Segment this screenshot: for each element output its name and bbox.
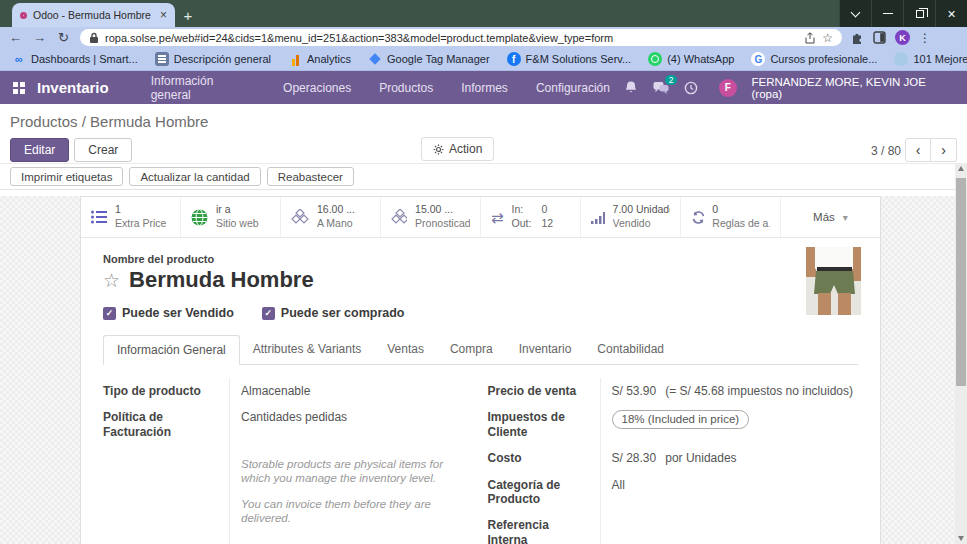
stat-button-extra-price[interactable]: 1Extra Price bbox=[81, 197, 181, 237]
tab-attributes-variants[interactable]: Attributes & Variants bbox=[240, 335, 375, 365]
odoo-favicon-icon bbox=[20, 12, 27, 19]
action-button[interactable]: Action bbox=[421, 137, 494, 161]
infinity-icon bbox=[12, 52, 26, 66]
stat-button-forecasted[interactable]: 15.00 ...Pronosticado bbox=[381, 197, 481, 237]
field-row: Unidad de Medida Unidades bbox=[103, 531, 474, 544]
tab-contabilidad[interactable]: Contabilidad bbox=[584, 335, 677, 365]
pager-previous-button[interactable] bbox=[905, 138, 931, 162]
bookmark-item[interactable]: Google Tag Manager bbox=[368, 52, 490, 66]
tab-search-button[interactable] bbox=[839, 0, 871, 27]
stat-button-more[interactable]: Más bbox=[781, 197, 880, 237]
field-tipo-de-producto[interactable]: Almacenable bbox=[229, 378, 474, 404]
field-label: Política de Facturación bbox=[103, 404, 229, 445]
field-referencia-interna[interactable] bbox=[600, 512, 859, 544]
field-categoria-producto[interactable]: All bbox=[600, 472, 859, 513]
bookmark-item[interactable]: Cursos profesionale... bbox=[751, 52, 877, 66]
google-g-icon bbox=[751, 52, 765, 66]
field-politica-facturacion[interactable]: Cantidades pedidas bbox=[229, 404, 474, 445]
menu-informes[interactable]: Informes bbox=[447, 81, 522, 95]
menu-informacion-general[interactable]: Información general bbox=[137, 74, 269, 102]
tab-compra[interactable]: Compra bbox=[437, 335, 506, 365]
field-costo[interactable]: S/ 28.30por Unidades bbox=[600, 445, 859, 471]
menu-productos[interactable]: Productos bbox=[365, 81, 447, 95]
in-label: In: bbox=[512, 203, 532, 217]
activities-clock-icon[interactable] bbox=[684, 81, 698, 95]
cubes-icon bbox=[391, 209, 407, 225]
chart-bars-icon bbox=[591, 211, 605, 224]
side-panel-icon[interactable] bbox=[873, 31, 886, 44]
tab-close-icon[interactable] bbox=[160, 9, 167, 21]
extensions-puzzle-icon[interactable] bbox=[851, 31, 864, 44]
tax-tag[interactable]: 18% (Included in price) bbox=[612, 410, 750, 429]
pager-next-button[interactable] bbox=[931, 138, 957, 162]
close-button[interactable] bbox=[935, 0, 967, 27]
tab-title: Odoo - Bermuda Hombre bbox=[33, 9, 154, 21]
bookmark-star-icon[interactable] bbox=[822, 32, 833, 44]
menu-operaciones[interactable]: Operaciones bbox=[269, 81, 365, 95]
breadcrumb-current: Bermuda Hombre bbox=[90, 113, 208, 130]
field-impuestos-cliente[interactable]: 18% (Included in price) bbox=[600, 404, 859, 445]
restore-icon bbox=[916, 10, 924, 18]
new-tab-button[interactable] bbox=[175, 3, 201, 27]
product-image[interactable] bbox=[806, 247, 861, 315]
field-label: Precio de venta bbox=[488, 378, 600, 404]
scroll-down-icon[interactable] bbox=[958, 536, 964, 541]
stat-button-on-hand[interactable]: 16.00 ...A Mano bbox=[281, 197, 381, 237]
minimize-button[interactable] bbox=[871, 0, 903, 27]
field-label: Categoría de Producto bbox=[488, 472, 600, 513]
stat-button-sold[interactable]: 7.00 UnidadesVendido bbox=[581, 197, 681, 237]
app-name[interactable]: Inventario bbox=[37, 79, 109, 96]
bookmark-item[interactable]: Descripción general bbox=[155, 52, 271, 66]
field-label: Impuestos de Cliente bbox=[488, 404, 600, 445]
can-be-purchased-checkbox[interactable]: Puede ser comprado bbox=[262, 306, 405, 320]
profile-avatar[interactable]: K bbox=[895, 30, 910, 45]
can-be-sold-checkbox[interactable]: Puede ser Vendido bbox=[103, 306, 234, 320]
analytics-bars-icon bbox=[288, 52, 302, 66]
user-avatar[interactable]: F bbox=[719, 79, 737, 97]
reload-icon[interactable] bbox=[56, 31, 71, 44]
field-label: Tipo de producto bbox=[103, 378, 229, 404]
address-bar[interactable]: ropa.solse.pe/web#id=24&cids=1&menu_id=2… bbox=[80, 29, 842, 46]
bookmark-label: Descripción general bbox=[174, 53, 271, 65]
back-icon[interactable] bbox=[8, 31, 23, 44]
field-precio-de-venta[interactable]: S/ 53.90(= S/ 45.68 impuestos no incluid… bbox=[600, 378, 859, 404]
menu-configuracion[interactable]: Configuración bbox=[522, 81, 624, 95]
share-icon[interactable] bbox=[804, 32, 816, 44]
bookmark-item[interactable]: Dashboards | Smart... bbox=[12, 52, 138, 66]
user-name[interactable]: FERNANDEZ MORE, KEVIN JOE (ropa) bbox=[752, 76, 956, 100]
update-quantity-button[interactable]: Actualizar la cantidad bbox=[129, 167, 260, 186]
notifications-bell-icon[interactable] bbox=[624, 80, 638, 95]
print-labels-button[interactable]: Imprimir etiquetas bbox=[10, 167, 123, 186]
messages-chat-icon[interactable]: 2 bbox=[653, 81, 669, 95]
odoo-navbar: Inventario Información general Operacion… bbox=[0, 71, 967, 104]
breadcrumb-parent[interactable]: Productos bbox=[10, 113, 78, 130]
edit-button[interactable]: Editar bbox=[10, 138, 69, 162]
tab-ventas[interactable]: Ventas bbox=[374, 335, 437, 365]
scroll-up-icon[interactable] bbox=[958, 166, 964, 171]
tab-inventario[interactable]: Inventario bbox=[506, 335, 585, 365]
caret-down-icon bbox=[843, 212, 848, 223]
browser-menu-icon[interactable] bbox=[919, 32, 931, 44]
stat-button-website[interactable]: ir aSitio web bbox=[181, 197, 281, 237]
scrollbar-thumb[interactable] bbox=[956, 178, 966, 386]
tab-informacion-general[interactable]: Información General bbox=[103, 335, 240, 365]
browser-tab[interactable]: Odoo - Bermuda Hombre bbox=[12, 3, 175, 27]
bookmark-item[interactable]: F&M Solutions Serv... bbox=[507, 52, 632, 66]
favorite-star-icon[interactable] bbox=[103, 271, 120, 290]
maximize-button[interactable] bbox=[903, 0, 935, 27]
messages-badge: 2 bbox=[665, 75, 677, 86]
stat-button-row: 1Extra Price ir aSitio web 16.00 ...A Ma… bbox=[81, 197, 880, 238]
bookmark-item[interactable]: 101 Mejores frases... bbox=[894, 52, 967, 66]
lock-icon bbox=[89, 32, 99, 44]
create-button[interactable]: Crear bbox=[74, 138, 132, 162]
page-scrollbar[interactable] bbox=[955, 163, 967, 544]
replenish-button[interactable]: Reabastecer bbox=[267, 167, 354, 186]
stat-button-moves[interactable]: In:0 Out:12 bbox=[481, 197, 581, 237]
bookmark-item[interactable]: (4) WhatsApp bbox=[648, 52, 734, 66]
forward-icon[interactable] bbox=[32, 31, 47, 44]
bookmark-item[interactable]: Analytics bbox=[288, 52, 351, 66]
stat-button-reordering-rules[interactable]: 0Reglas de a... bbox=[681, 197, 781, 237]
bookmarks-bar: Dashboards | Smart... Descripción genera… bbox=[0, 48, 967, 71]
field-unidad-de-medida[interactable]: Unidades bbox=[229, 531, 474, 544]
apps-grid-icon[interactable] bbox=[12, 81, 26, 95]
